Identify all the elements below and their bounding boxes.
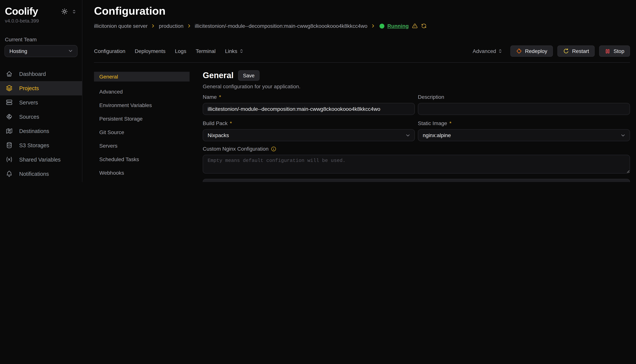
refresh-icon[interactable]: [421, 23, 427, 29]
save-button[interactable]: Save: [238, 70, 260, 81]
sidebar: Coolify v4.0.0-beta.399 Current Team Hos…: [0, 0, 82, 182]
subnav-environment-variables[interactable]: Environment Variables: [94, 100, 189, 110]
map-icon: [6, 127, 13, 134]
general-form: General Save General configuration for y…: [203, 70, 630, 182]
database-icon: [6, 142, 13, 149]
name-label: Name*: [203, 93, 415, 101]
selector-icon: [498, 48, 503, 54]
sidebar-item-notifications[interactable]: Notifications: [0, 166, 82, 181]
main-content: Configuration illicitonion quote server …: [82, 0, 636, 182]
bell-icon: [6, 170, 13, 177]
advanced-dropdown[interactable]: Advanced: [473, 48, 503, 54]
chevron-right-icon: [370, 23, 376, 28]
action-bar: Advanced Redeploy Restart Stop: [473, 46, 630, 57]
custom-nginx-label: Custom Nginx Configuration: [203, 145, 630, 152]
page-title: Configuration: [94, 5, 165, 17]
redeploy-icon: [516, 48, 522, 54]
sidebar-item-projects[interactable]: Projects: [0, 81, 82, 95]
team-select[interactable]: Hosting: [5, 45, 78, 57]
coolify-app: Coolify v4.0.0-beta.399 Current Team Hos…: [0, 0, 636, 182]
sidebar-item-destinations[interactable]: Destinations: [0, 124, 82, 138]
theme-toggle-sun-icon[interactable]: [61, 8, 68, 15]
stop-button[interactable]: Stop: [599, 46, 630, 57]
chevron-right-icon: [186, 23, 192, 28]
divider: [94, 62, 630, 63]
tab-configuration[interactable]: Configuration: [94, 48, 125, 54]
chevron-right-icon: [151, 23, 156, 28]
stop-pause-icon: [605, 48, 610, 54]
status-running-link[interactable]: Running: [387, 23, 409, 29]
chevron-down-icon: [620, 132, 626, 138]
layers-icon: [6, 84, 13, 92]
tab-links[interactable]: Links: [225, 48, 244, 54]
subnav-servers[interactable]: Servers: [94, 141, 189, 151]
redeploy-button[interactable]: Redeploy: [510, 46, 553, 57]
sidebar-item-s3-storages[interactable]: S3 Storages: [0, 138, 82, 152]
subnav-advanced[interactable]: Advanced: [94, 87, 189, 96]
theme-selector-icon[interactable]: [72, 9, 77, 14]
status-dot: [379, 24, 384, 28]
chevron-down-icon: [405, 132, 411, 138]
tab-terminal[interactable]: Terminal: [196, 48, 216, 54]
generate-nginx-button[interactable]: Generate Default Nginx Configuration: [203, 179, 630, 182]
section-subtitle: General configuration for your applicati…: [203, 84, 630, 90]
server-icon: [6, 99, 13, 106]
description-input[interactable]: [418, 103, 630, 115]
git-icon: [6, 113, 13, 120]
app-version: v4.0.0-beta.399: [0, 17, 82, 24]
subnav-git-source[interactable]: Git Source: [94, 127, 189, 137]
sidebar-nav: Dashboard Projects Servers Sources Desti…: [0, 67, 82, 182]
sidebar-item-servers[interactable]: Servers: [0, 95, 82, 110]
variable-icon: [6, 156, 13, 163]
custom-nginx-textarea[interactable]: [203, 155, 630, 174]
subnav-preview-deployments[interactable]: Preview Deployments: [94, 182, 189, 182]
sidebar-item-sources[interactable]: Sources: [0, 110, 82, 124]
breadcrumb-project[interactable]: illicitonion quote server: [94, 23, 148, 29]
settings-subnav: General Advanced Environment Variables P…: [94, 72, 189, 182]
sidebar-item-keys-tokens[interactable]: Keys & Tokens: [0, 181, 82, 182]
breadcrumb-environment[interactable]: production: [159, 23, 183, 29]
static-image-label: Static Image*: [418, 120, 630, 127]
home-icon: [6, 70, 13, 78]
tab-deployments[interactable]: Deployments: [135, 48, 165, 54]
build-pack-label: Build Pack*: [203, 120, 415, 127]
subnav-persistent-storage[interactable]: Persistent Storage: [94, 114, 189, 124]
breadcrumb: illicitonion quote server production ill…: [94, 23, 427, 29]
breadcrumb-application[interactable]: illicitestonion/-module--decomposition:m…: [195, 23, 367, 29]
build-pack-select[interactable]: Nixpacks: [203, 129, 415, 141]
app-logo: Coolify: [5, 6, 38, 17]
current-team-label: Current Team: [0, 24, 82, 42]
tab-bar: Configuration Deployments Logs Terminal …: [94, 48, 244, 54]
name-input[interactable]: [203, 103, 415, 115]
warning-triangle-icon: [412, 23, 418, 29]
subnav-webhooks[interactable]: Webhooks: [94, 168, 189, 178]
restart-icon: [563, 48, 569, 54]
info-icon: [271, 146, 276, 152]
subnav-scheduled-tasks[interactable]: Scheduled Tasks: [94, 154, 189, 164]
sidebar-item-shared-variables[interactable]: Shared Variables: [0, 152, 82, 166]
tab-logs[interactable]: Logs: [175, 48, 186, 54]
sidebar-item-dashboard[interactable]: Dashboard: [0, 67, 82, 81]
selector-icon: [239, 48, 244, 54]
chevron-down-icon: [68, 48, 73, 54]
restart-button[interactable]: Restart: [557, 46, 595, 57]
subnav-general[interactable]: General: [94, 72, 189, 82]
static-image-select[interactable]: nginx:alpine: [418, 129, 630, 141]
section-title: General: [203, 70, 234, 80]
description-label: Description: [418, 93, 630, 101]
